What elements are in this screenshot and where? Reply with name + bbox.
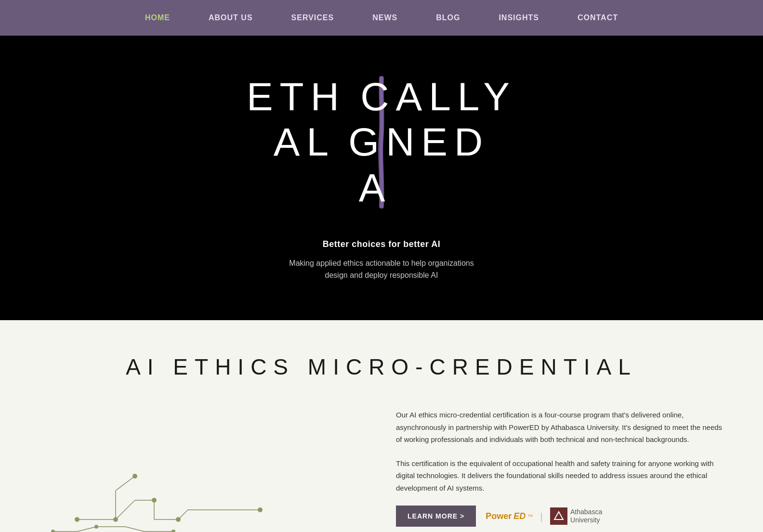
hero-section: ETH CALLY AL GNED A Better choices for b… bbox=[0, 36, 763, 320]
svg-point-10 bbox=[113, 517, 118, 522]
learn-more-button[interactable]: LEARN MORE > bbox=[396, 506, 476, 527]
athabasca-text: Athabasca University bbox=[570, 508, 602, 524]
micro-credential-section: AI ETHICS MICRO-CREDENTIAL bbox=[0, 320, 763, 532]
athabasca-icon bbox=[550, 507, 567, 525]
svg-point-11 bbox=[152, 498, 157, 503]
logo-divider: | bbox=[540, 511, 542, 522]
micro-credential-content: Our AI ethics micro-credential certifica… bbox=[39, 404, 724, 532]
athabasca-logo: Athabasca University bbox=[550, 507, 602, 525]
nav-item-blog[interactable]: BLOG bbox=[436, 13, 460, 22]
svg-line-1 bbox=[116, 500, 135, 519]
nav-item-about[interactable]: ABOUT US bbox=[209, 13, 253, 22]
svg-marker-23 bbox=[554, 512, 563, 519]
hero-subtitle: Making applied ethics actionable to help… bbox=[289, 257, 474, 282]
micro-credential-para2: This certification is the equivalent of … bbox=[396, 457, 724, 494]
nav-item-services[interactable]: SERVICES bbox=[291, 13, 334, 22]
hero-subtitle-line2: design and deploy responsible AI bbox=[325, 271, 438, 279]
svg-line-8 bbox=[116, 476, 135, 491]
athabasca-name: Athabasca bbox=[570, 508, 602, 516]
hero-title: ETH CALLY AL GNED A bbox=[247, 74, 516, 210]
hero-logo: ETH CALLY AL GNED A bbox=[247, 74, 516, 210]
powered-ed-logo: Power ED ™ bbox=[486, 511, 533, 521]
micro-credential-para1: Our AI ethics micro-credential certifica… bbox=[396, 409, 724, 446]
athabasca-uni: University bbox=[570, 516, 602, 524]
power-text: Power bbox=[486, 511, 512, 521]
tm-symbol: ™ bbox=[527, 513, 533, 519]
nav-item-home[interactable]: HOME bbox=[145, 13, 170, 22]
circuit-svg-icon bbox=[39, 442, 279, 532]
svg-point-9 bbox=[75, 517, 79, 522]
svg-point-22 bbox=[171, 530, 175, 532]
hero-title-line2: AL GNED bbox=[247, 119, 516, 165]
micro-credential-text-area: Our AI ethics micro-credential certifica… bbox=[396, 404, 724, 527]
nav-item-news[interactable]: NEWS bbox=[372, 13, 397, 22]
nav-item-contact[interactable]: CONTACT bbox=[578, 13, 618, 22]
svg-line-18 bbox=[125, 527, 145, 532]
circuit-diagram bbox=[39, 404, 367, 532]
micro-credential-title: AI ETHICS MICRO-CREDENTIAL bbox=[39, 354, 724, 380]
svg-line-16 bbox=[77, 527, 96, 532]
hero-title-line3: A bbox=[247, 165, 516, 210]
svg-point-14 bbox=[258, 507, 263, 512]
micro-credential-bottom: LEARN MORE > Power ED ™ | bbox=[396, 506, 724, 527]
main-nav: HOME ABOUT US SERVICES NEWS BLOG INSIGHT… bbox=[0, 0, 763, 36]
svg-point-12 bbox=[176, 517, 181, 522]
svg-point-20 bbox=[51, 530, 55, 532]
hero-tagline: Better choices for better AI bbox=[323, 239, 440, 249]
partner-logos: Power ED ™ | Athabasca Univers bbox=[486, 507, 602, 525]
nav-item-insights[interactable]: INSIGHTS bbox=[499, 13, 539, 22]
svg-point-21 bbox=[94, 525, 98, 529]
ed-text: ED bbox=[513, 511, 526, 521]
hero-subtitle-line1: Making applied ethics actionable to help… bbox=[289, 259, 474, 267]
hero-title-line1: ETH CALLY bbox=[247, 74, 516, 119]
athabasca-emblem-icon bbox=[553, 511, 564, 521]
svg-point-13 bbox=[132, 474, 137, 479]
